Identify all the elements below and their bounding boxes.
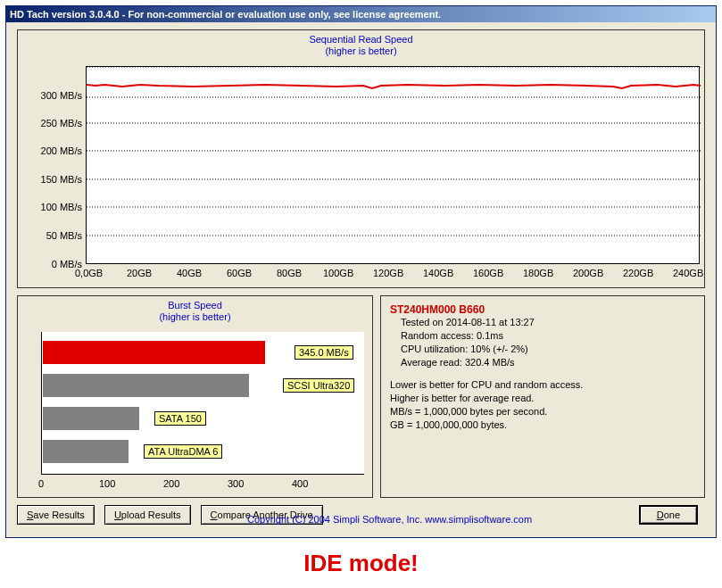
- chart2-title: Burst Speed(higher is better): [18, 296, 372, 323]
- info-cpu: CPU utilization: 10% (+/- 2%): [401, 343, 695, 356]
- info-note: Lower is better for CPU and random acces…: [390, 378, 695, 392]
- chart2-xtick: 200: [163, 478, 179, 489]
- chart1-xtick: 140GB: [423, 268, 453, 278]
- chart1-ytick: 100 MB/s: [18, 202, 82, 212]
- chart1-xtick: 0,0GB: [75, 268, 103, 278]
- info-note: Higher is better for average read.: [390, 392, 695, 405]
- chart1-xtick: 220GB: [623, 268, 653, 278]
- chart2-xtick: 0: [38, 478, 44, 489]
- chart1-xtick: 60GB: [227, 268, 252, 278]
- info-tested: Tested on 2014-08-11 at 13:27: [401, 316, 695, 329]
- chart1-xtick: 80GB: [277, 268, 302, 278]
- chart1-xtick: 240GB: [673, 268, 703, 278]
- info-note: MB/s = 1,000,000 bytes per second.: [390, 405, 695, 418]
- chart1-ytick: 0 MB/s: [18, 259, 82, 269]
- chart1-xtick: 20GB: [127, 268, 152, 278]
- chart1-plot: [86, 66, 700, 264]
- drive-model: ST240HM000 B660: [390, 303, 695, 316]
- chart2-xtick: 400: [292, 478, 308, 489]
- burst-label: ATA UltraDMA 6: [144, 444, 222, 459]
- info-note: GB = 1,000,000,000 bytes.: [390, 418, 695, 432]
- chart1-title: Sequential Read Speed(higher is better): [18, 30, 704, 57]
- chart1-ytick: 250 MB/s: [18, 118, 82, 128]
- burst-bar: [43, 440, 129, 463]
- chart2-xtick: 300: [228, 478, 244, 489]
- chart2-xtick: 100: [99, 478, 115, 489]
- save-results-button[interactable]: Save Results: [17, 505, 95, 525]
- chart1-ytick: 300 MB/s: [18, 90, 82, 101]
- info-avg: Average read: 320.4 MB/s: [401, 356, 695, 369]
- burst-label: 345.0 MB/s: [295, 345, 353, 360]
- burst-speed-chart: Burst Speed(higher is better) 345.0 MB/s…: [17, 295, 373, 498]
- chart2-plot: 345.0 MB/s SCSI Ultra320 SATA 150 ATA Ul…: [41, 332, 364, 475]
- chart1-xtick: 200GB: [573, 268, 603, 278]
- burst-label: SATA 150: [154, 411, 206, 426]
- caption-text: IDE mode!: [0, 550, 722, 577]
- upload-results-button[interactable]: Upload Results: [104, 505, 191, 525]
- title-bar: HD Tach version 3.0.4.0 - For non-commer…: [6, 6, 716, 22]
- chart1-ytick: 50 MB/s: [18, 230, 82, 241]
- burst-label: SCSI Ultra320: [283, 378, 354, 393]
- chart1-xtick: 160GB: [473, 268, 503, 278]
- burst-bar-current: [43, 341, 265, 364]
- chart1-xtick: 100GB: [323, 268, 353, 278]
- chart1-xtick: 180GB: [523, 268, 553, 278]
- chart1-ytick: 200 MB/s: [18, 145, 82, 156]
- chart1-ytick: 150 MB/s: [18, 174, 82, 185]
- sequential-read-chart: Sequential Read Speed(higher is better): [17, 29, 705, 288]
- burst-bar: [43, 407, 139, 430]
- chart1-xtick: 120GB: [373, 268, 403, 278]
- drive-info-panel: ST240HM000 B660 Tested on 2014-08-11 at …: [380, 295, 705, 498]
- info-random: Random access: 0.1ms: [401, 329, 695, 343]
- copyright-text: Copyright (C) 2004 Simpli Software, Inc.…: [247, 514, 532, 525]
- done-button[interactable]: Done: [639, 505, 698, 525]
- burst-bar: [43, 374, 249, 397]
- chart1-xtick: 40GB: [177, 268, 202, 278]
